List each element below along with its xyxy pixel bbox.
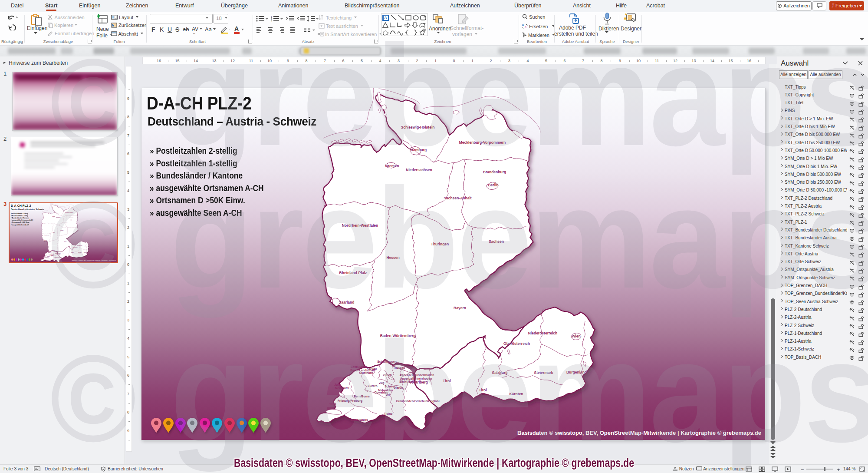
svg-text:Graubünden/Grischun/Grigioni: Graubünden/Grischun/Grigioni: [396, 400, 439, 403]
svg-text:Hamburg: Hamburg: [410, 148, 426, 152]
svg-text:Neuchâtel: Neuchâtel: [335, 387, 349, 390]
svg-text:Wien: Wien: [572, 334, 580, 338]
svg-text:Niederösterreich: Niederösterreich: [528, 331, 557, 335]
svg-text:Solothurn: Solothurn: [359, 371, 373, 374]
svg-text:Zug: Zug: [379, 381, 384, 385]
svg-text:Sankt Gallen: Sankt Gallen: [399, 380, 417, 383]
svg-text:Burgenland: Burgenland: [566, 370, 586, 374]
svg-text:Thüringen: Thüringen: [431, 242, 449, 246]
svg-text:Sachsen: Sachsen: [489, 239, 504, 244]
svg-text:Luzern: Luzern: [368, 384, 377, 387]
svg-text:Nordrhein-Westfalen: Nordrhein-Westfalen: [342, 223, 378, 228]
svg-text:Basel-Stadt: Basel-Stadt: [350, 365, 367, 368]
svg-text:Bremen: Bremen: [385, 164, 399, 168]
svg-text:Rheinland-Pfalz: Rheinland-Pfalz: [339, 271, 367, 275]
svg-text:Fribourg/Freiburg: Fribourg/Freiburg: [337, 399, 362, 403]
svg-text:Oberösterreich: Oberösterreich: [503, 341, 530, 346]
svg-text:Schaffhausen: Schaffhausen: [377, 360, 397, 363]
svg-text:Schleswig-Holstein: Schleswig-Holstein: [401, 125, 434, 129]
svg-text:Jura: Jura: [334, 383, 341, 386]
svg-text:Thurgau: Thurgau: [393, 366, 404, 370]
svg-text:Baden-Württemberg: Baden-Württemberg: [380, 334, 415, 338]
svg-text:Valais/Wallis: Valais/Wallis: [350, 418, 368, 421]
svg-text:Uri: Uri: [385, 393, 390, 396]
svg-text:Ticino: Ticino: [384, 412, 392, 415]
svg-text:c: c: [525, 26, 526, 29]
svg-text:Glarus: Glarus: [393, 386, 403, 389]
svg-text:Aargau: Aargau: [366, 367, 376, 370]
svg-text:Salzburg: Salzburg: [492, 370, 507, 375]
svg-text:Tirol: Tirol: [443, 379, 450, 383]
svg-text:Appenzell Ausserrhoden: Appenzell Ausserrhoden: [399, 374, 434, 377]
svg-text:Berlin: Berlin: [488, 183, 498, 187]
svg-text:Kärnten: Kärnten: [509, 392, 523, 396]
svg-text:Sachsen-Anhalt: Sachsen-Anhalt: [444, 196, 471, 200]
svg-text:Vaud: Vaud: [329, 402, 336, 405]
svg-text:Saarland: Saarland: [339, 300, 354, 304]
svg-text:Tirol: Tirol: [479, 388, 487, 392]
svg-text:Brandenburg: Brandenburg: [483, 170, 506, 174]
svg-text:Hessen: Hessen: [386, 255, 399, 260]
svg-text:Mecklenburg-Vorpommern: Mecklenburg-Vorpommern: [459, 140, 506, 145]
svg-text:3: 3: [271, 20, 272, 23]
svg-text:Zürich: Zürich: [383, 374, 392, 377]
svg-text:Bern/Berne: Bern/Berne: [354, 395, 370, 398]
svg-text:a: a: [522, 23, 524, 26]
svg-text:Bayern: Bayern: [454, 306, 466, 310]
svg-text:Niedersachsen: Niedersachsen: [406, 168, 432, 172]
svg-text:Steiermark: Steiermark: [534, 370, 553, 375]
